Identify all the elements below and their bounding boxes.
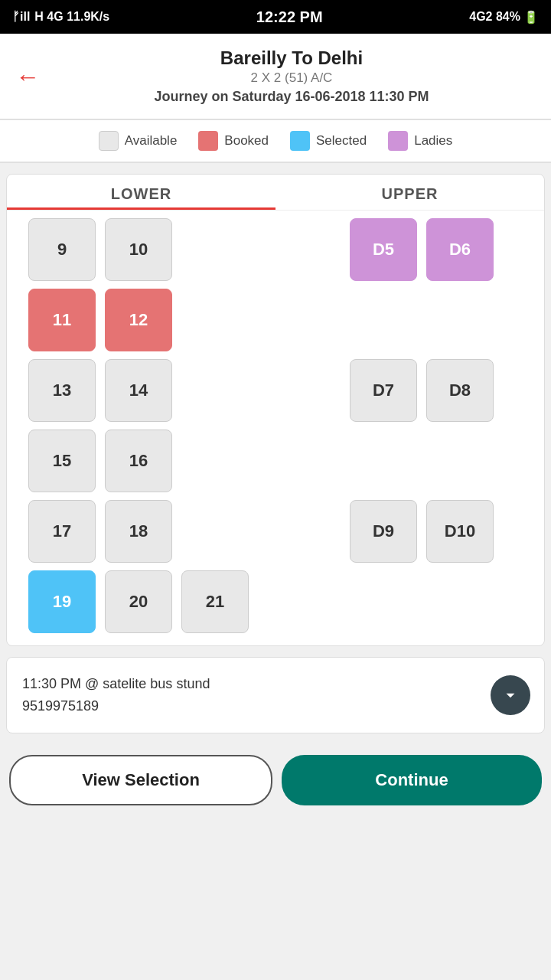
seat-18[interactable]: 18	[105, 500, 172, 563]
seat-12[interactable]: 12	[105, 289, 172, 351]
seat-D5[interactable]: D5	[350, 218, 417, 281]
legend-ladies: Ladies	[388, 131, 452, 151]
seat-row: D7 D8	[350, 359, 538, 422]
header: ← Bareilly To Delhi 2 X 2 (51) A/C Journ…	[0, 34, 551, 120]
network-type: H 4G 11.9K/s	[34, 10, 109, 24]
status-left: ᚠill H 4G 11.9K/s	[12, 10, 109, 24]
booked-icon	[198, 131, 218, 151]
seat-16[interactable]: 16	[105, 430, 172, 492]
back-button[interactable]: ←	[15, 64, 40, 89]
seat-row: D9 D10	[350, 500, 538, 563]
status-right: 4G2 84% 🔋	[469, 10, 539, 24]
seat-layout: LOWER UPPER 9 10 11 12 13 14 15 16	[6, 174, 545, 646]
deck-header: LOWER UPPER	[7, 175, 544, 211]
seat-D6[interactable]: D6	[426, 218, 494, 281]
chevron-down-icon	[500, 685, 520, 705]
seat-11[interactable]: 11	[28, 289, 96, 351]
journey-date: Journey on Saturday 16-06-2018 11:30 PM	[47, 89, 536, 105]
info-line1: 11:30 PM @ satelite bus stund	[22, 673, 498, 695]
seat-10[interactable]: 10	[105, 218, 172, 281]
seat-13[interactable]: 13	[28, 359, 96, 422]
legend-available: Available	[99, 131, 178, 151]
signal-icon: ᚠill	[12, 10, 30, 24]
ladies-icon	[388, 131, 408, 151]
seat-grid: 9 10 11 12 13 14 15 16 17 18	[7, 211, 544, 645]
seat-row: 17 18	[28, 500, 334, 563]
booked-label: Booked	[224, 133, 269, 149]
continue-button[interactable]: Continue	[282, 755, 542, 805]
seat-17[interactable]: 17	[28, 500, 96, 563]
ladies-label: Ladies	[414, 133, 452, 149]
legend: Available Booked Selected Ladies	[0, 120, 551, 163]
seat-row: 9 10	[28, 218, 334, 281]
selected-icon	[290, 131, 310, 151]
seat-D7[interactable]: D7	[350, 359, 417, 422]
legend-booked: Booked	[198, 131, 269, 151]
legend-selected: Selected	[290, 131, 367, 151]
battery-icon: 🔋	[523, 10, 539, 24]
info-line2: 9519975189	[22, 695, 498, 717]
seat-9[interactable]: 9	[28, 218, 96, 281]
header-info: Bareilly To Delhi 2 X 2 (51) A/C Journey…	[47, 47, 536, 105]
seat-row: D5 D6	[350, 218, 538, 281]
expand-button[interactable]	[491, 675, 530, 715]
seat-21[interactable]: 21	[181, 570, 249, 633]
seat-row: 11 12	[28, 289, 334, 351]
seat-row: 19 20 21	[28, 570, 334, 633]
bus-type: 2 X 2 (51) A/C	[47, 70, 536, 86]
status-time: 12:22 PM	[256, 8, 323, 26]
selected-label: Selected	[316, 133, 367, 149]
status-bar: ᚠill H 4G 11.9K/s 12:22 PM 4G2 84% 🔋	[0, 0, 551, 34]
info-bar: 11:30 PM @ satelite bus stund 9519975189	[6, 657, 545, 733]
view-selection-button[interactable]: View Selection	[9, 755, 272, 805]
lower-section: 9 10 11 12 13 14 15 16 17 18	[13, 218, 334, 633]
seat-row: 13 14	[28, 359, 334, 422]
seat-19[interactable]: 19	[28, 570, 96, 633]
lower-deck-label: LOWER	[7, 175, 276, 210]
seat-D9[interactable]: D9	[350, 500, 417, 563]
available-label: Available	[125, 133, 178, 149]
bottom-buttons: View Selection Continue	[0, 744, 551, 821]
upper-section: D5 D6 D7 D8 D9 D10	[334, 218, 538, 633]
upper-deck-label: UPPER	[276, 175, 544, 210]
available-icon	[99, 131, 119, 151]
seat-D8[interactable]: D8	[426, 359, 494, 422]
battery-level: 4G2 84%	[469, 10, 520, 24]
seat-14[interactable]: 14	[105, 359, 172, 422]
seat-20[interactable]: 20	[105, 570, 172, 633]
seat-D10[interactable]: D10	[426, 500, 494, 563]
seat-row: 15 16	[28, 430, 334, 492]
route-title: Bareilly To Delhi	[47, 47, 536, 69]
seat-15[interactable]: 15	[28, 430, 96, 492]
